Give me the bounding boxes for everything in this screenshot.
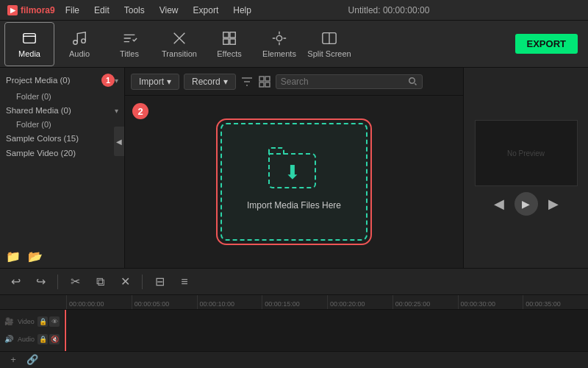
video-track-name: Video — [18, 318, 35, 325]
sidebar-item-shared-media[interactable]: Shared Media (0) ▾ — [0, 103, 124, 118]
sidebar-project-media-label: Project Media (0) — [6, 76, 100, 85]
preview-next-button[interactable]: ▶ — [548, 196, 559, 212]
grid-icon[interactable] — [258, 75, 271, 88]
add-folder-icon[interactable]: 📁 — [6, 250, 21, 263]
preview-screen: No Preview — [475, 120, 578, 186]
undo-button[interactable]: ↩ — [6, 272, 25, 291]
add-media-icon[interactable]: 📂 — [28, 250, 43, 263]
search-box[interactable] — [276, 74, 423, 89]
import-chevron-icon: ▾ — [167, 77, 171, 87]
menu-view[interactable]: View — [155, 4, 183, 17]
content-main: 2 ⬇ Import Media Files Here — [125, 96, 463, 268]
sidebar-shared-media-label: Shared Media (0) — [6, 106, 115, 115]
toolbar-media-button[interactable]: Media — [4, 22, 54, 66]
step-1-badge: 1 — [101, 74, 115, 87]
split-button[interactable]: ⊟ — [150, 272, 169, 291]
content-area: Import ▾ Record ▾ — [125, 68, 463, 268]
toolbar-effects-button[interactable]: Effects — [204, 22, 254, 66]
preview-controls: ◀ ▶ ▶ — [494, 192, 559, 216]
titlebar-left: ▶ filmora9 File Edit Tools View Export H… — [7, 4, 256, 17]
copy-button[interactable]: ⧉ — [90, 272, 110, 291]
timeline-content[interactable] — [65, 310, 588, 351]
sidebar-sample-colors-label: Sample Colors (15) — [6, 134, 118, 143]
ruler-tick-0: 00:00:00:00 — [66, 295, 132, 309]
sidebar-item-sample-colors[interactable]: Sample Colors (15) — [0, 131, 124, 146]
track-video-btns: 🔒 👁 — [37, 316, 60, 327]
titlebar: ▶ filmora9 File Edit Tools View Export H… — [0, 0, 588, 21]
track-audio-label: 🔊 Audio 🔒 🔇 — [0, 330, 64, 348]
timeline: 00:00:00:00 00:00:05:00 00:00:10:00 00:0… — [0, 294, 588, 368]
track-audio-lock[interactable]: 🔒 — [37, 334, 48, 344]
track-audio-mute[interactable]: 🔇 — [49, 334, 60, 344]
toolbar-splitscreen-button[interactable]: Split Screen — [304, 22, 354, 66]
toolbar-transition-button[interactable]: Transition — [154, 22, 204, 66]
sidebar-collapse-arrow[interactable]: ◀ — [114, 127, 124, 156]
redo-button[interactable]: ↪ — [31, 272, 50, 291]
transition-icon — [171, 30, 187, 46]
timeline-link[interactable]: 🔗 — [25, 353, 40, 367]
toolbar-splitscreen-label: Split Screen — [307, 49, 351, 58]
logo-icon: ▶ — [7, 5, 18, 15]
preview-empty: No Preview — [507, 149, 545, 158]
timeline-tracks: 🎥 Video 🔒 👁 🔊 Audio 🔒 🔇 — [0, 310, 588, 351]
toolbar-elements-button[interactable]: Elements — [254, 22, 304, 66]
menu-export[interactable]: Export — [189, 4, 223, 17]
record-label: Record — [192, 77, 220, 87]
import-media-box[interactable]: ⬇ Import Media Files Here — [220, 123, 368, 241]
toolbar-audio-button[interactable]: Audio — [54, 22, 104, 66]
svg-point-13 — [409, 77, 415, 83]
sidebar-child-folder2[interactable]: Folder (0) — [0, 118, 124, 131]
export-button[interactable]: EXPORT — [515, 34, 578, 54]
sidebar-footer: 📁 📂 — [6, 250, 43, 263]
ruler-tick-2: 00:00:10:00 — [197, 295, 262, 309]
svg-rect-12 — [265, 82, 270, 87]
menu-file[interactable]: File — [61, 4, 84, 17]
sidebar-child-folder1[interactable]: Folder (0) — [0, 90, 124, 103]
ruler-tick-5: 00:00:25:00 — [392, 295, 458, 309]
sidebar-item-project-media[interactable]: Project Media (0) 1 ▾ — [0, 71, 124, 90]
filter-icon[interactable] — [240, 75, 254, 88]
ruler-tick-7: 00:00:35:00 — [523, 295, 588, 309]
zoom-button[interactable]: ≡ — [175, 272, 194, 291]
svg-rect-5 — [223, 38, 229, 43]
project-title: Untitled: 00:00:00:00 — [348, 5, 430, 15]
svg-rect-10 — [265, 77, 270, 81]
logo-text: filmora9 — [21, 5, 55, 15]
ruler-tick-6: 00:00:30:00 — [458, 295, 523, 309]
cut-button[interactable]: ✂ — [65, 272, 85, 291]
sidebar-item-sample-video[interactable]: Sample Video (20) — [0, 146, 124, 160]
search-input[interactable] — [281, 77, 409, 87]
svg-rect-11 — [259, 82, 264, 87]
delete-button[interactable]: ✕ — [115, 272, 135, 291]
timeline-add-track[interactable]: + — [6, 353, 21, 367]
import-label: Import — [139, 77, 164, 87]
track-video-lock[interactable]: 🔒 — [37, 316, 48, 327]
toolbar-audio-label: Audio — [69, 49, 90, 58]
effects-icon — [221, 30, 237, 46]
svg-point-2 — [82, 38, 86, 42]
ruler-tick-1: 00:00:05:00 — [132, 295, 197, 309]
toolbar-titles-button[interactable]: Titles — [104, 22, 154, 66]
sidebar-sample-video-label: Sample Video (20) — [6, 149, 118, 158]
menu-edit[interactable]: Edit — [90, 4, 114, 17]
svg-rect-3 — [223, 32, 229, 37]
track-video-eye[interactable]: 👁 — [49, 316, 60, 327]
record-dropdown[interactable]: Record ▾ — [184, 74, 236, 90]
menu-help[interactable]: Help — [229, 4, 256, 17]
menu-tools[interactable]: Tools — [120, 4, 149, 17]
toolbar-titles-label: Titles — [120, 49, 139, 58]
preview-prev-button[interactable]: ◀ — [494, 196, 504, 212]
timeline-playhead — [65, 310, 66, 351]
main-toolbar: Media Audio Titles Transition E — [0, 21, 588, 68]
track-audio-btns: 🔒 🔇 — [37, 334, 60, 344]
import-dropdown[interactable]: Import ▾ — [131, 74, 179, 90]
preview-panel: No Preview ◀ ▶ ▶ — [463, 68, 588, 268]
svg-point-1 — [74, 40, 78, 44]
audio-track-name: Audio — [18, 336, 35, 343]
toolbar-media-label: Media — [18, 49, 40, 58]
logo: ▶ filmora9 — [7, 5, 55, 15]
preview-play-button[interactable]: ▶ — [514, 192, 538, 216]
splitscreen-icon — [321, 30, 337, 46]
download-arrow-icon: ⬇ — [284, 161, 301, 184]
video-track-icon: 🎥 — [4, 317, 13, 325]
